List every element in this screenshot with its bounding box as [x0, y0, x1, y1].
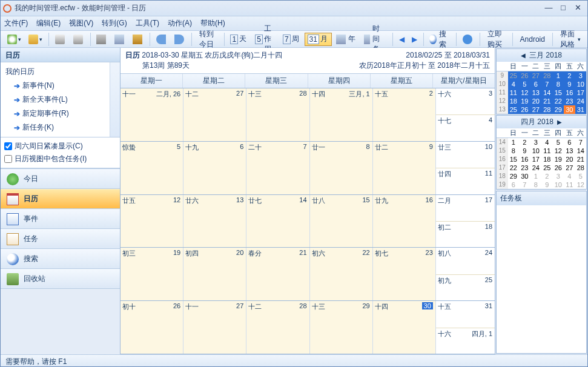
mini-day[interactable]: 20 [530, 97, 542, 105]
nav-item[interactable]: 事件 [1, 209, 120, 229]
mini-day[interactable]: 1 [530, 172, 542, 180]
mini-day[interactable]: 18 [508, 97, 520, 105]
mini-day[interactable]: 9 [519, 147, 530, 155]
menu-file[interactable]: 文件(F) [4, 18, 28, 28]
mini-day[interactable]: 26 [519, 71, 530, 80]
preview-button[interactable] [70, 33, 87, 46]
sidebar-check[interactable]: 日历视图中包含任务(I) [4, 153, 116, 165]
mini-day[interactable]: 11 [541, 147, 553, 155]
print-button[interactable] [52, 33, 69, 46]
calendar-cell[interactable]: 十一二月, 26 [121, 88, 183, 141]
mini-day[interactable]: 9 [564, 80, 575, 88]
mini-day[interactable]: 5 [575, 172, 587, 180]
mini-day[interactable]: 29 [553, 105, 564, 114]
mini-day[interactable]: 23 [564, 97, 575, 105]
mini-day[interactable]: 16 [564, 88, 575, 97]
mini-day[interactable]: 25 [508, 71, 520, 80]
calendar-cell[interactable]: 二月17初二18 [436, 195, 495, 248]
mini-day[interactable]: 25 [541, 164, 553, 172]
calendar-cell[interactable]: 十四三月, 1 [310, 88, 373, 141]
redo-button[interactable] [171, 33, 188, 46]
mini-day[interactable]: 11 [564, 180, 575, 189]
mini-day[interactable]: 12 [553, 147, 564, 155]
mini-day[interactable]: 15 [553, 88, 564, 97]
prev-button[interactable]: ◀ [396, 33, 408, 46]
mini-day[interactable]: 18 [541, 155, 553, 164]
sidebar-check[interactable]: 周六周日紧凑显示(C) [4, 140, 116, 153]
calendar-cell[interactable]: 十五31十六四月, 1 [436, 301, 495, 354]
mini-day[interactable]: 22 [508, 164, 520, 172]
mini-day[interactable]: 6 [530, 80, 542, 88]
calendar-cell[interactable]: 春分21 [246, 248, 309, 300]
mini-day[interactable]: 21 [575, 155, 587, 164]
nav-item[interactable]: 日历 [1, 189, 120, 209]
mini-day[interactable]: 24 [575, 97, 587, 105]
year-view-button[interactable]: 年 [333, 33, 360, 46]
mini-day[interactable]: 28 [541, 71, 553, 80]
mini-day[interactable]: 8 [553, 80, 564, 88]
mini-day[interactable]: 5 [519, 80, 530, 88]
calendar-cell[interactable]: 廿八15 [310, 195, 373, 248]
nav-item[interactable]: 搜索 [1, 249, 120, 269]
mini-day[interactable]: 7 [575, 138, 587, 147]
calendar-cell[interactable]: 初八24初九25 [436, 248, 495, 300]
calendar-cell[interactable]: 廿三10廿四11 [436, 142, 495, 194]
menu-goto[interactable]: 转到(G) [102, 18, 127, 28]
mini-day[interactable]: 31 [575, 105, 587, 114]
calendar-cell[interactable]: 十六3十七4 [436, 88, 495, 141]
mini-day[interactable]: 1 [508, 138, 520, 147]
mini-day[interactable]: 8 [530, 180, 542, 189]
mini-day[interactable]: 28 [575, 164, 587, 172]
mini-day[interactable]: 10 [530, 147, 542, 155]
nav-item[interactable]: 回收站 [1, 269, 120, 289]
nav-item[interactable]: 今日 [1, 169, 120, 189]
calendar-cell[interactable]: 廿二9 [373, 142, 436, 194]
calendar-cell[interactable]: 十二27 [183, 88, 246, 141]
mini-day[interactable]: 8 [508, 147, 520, 155]
mini-day[interactable]: 19 [553, 155, 564, 164]
calendar-cell[interactable]: 十二28 [246, 301, 309, 354]
mini-day[interactable]: 2 [519, 138, 530, 147]
mini-day[interactable]: 23 [519, 164, 530, 172]
buy-button[interactable]: 立即购买 [483, 33, 509, 46]
mini-day[interactable]: 27 [530, 71, 542, 80]
copy-button[interactable] [111, 33, 128, 46]
close-button[interactable]: ✕ [570, 3, 585, 14]
mini-day[interactable]: 30 [564, 105, 575, 114]
calendar-cell[interactable]: 初三19 [121, 248, 183, 300]
next-button[interactable]: ▶ [409, 33, 420, 46]
mini-day[interactable]: 28 [541, 105, 553, 114]
android-button[interactable]: Android [516, 33, 549, 46]
calendar-cell[interactable]: 初六22 [310, 248, 373, 300]
mini-day[interactable]: 24 [530, 164, 542, 172]
goto-today-button[interactable]: 转到今日 [195, 33, 221, 46]
mini-day[interactable]: 2 [564, 71, 575, 80]
calendar-cell[interactable]: 十四30 [373, 301, 436, 354]
search-button[interactable]: 搜索 [426, 33, 453, 46]
mini-day[interactable]: 3 [530, 138, 542, 147]
menu-edit[interactable]: 编辑(E) [36, 18, 61, 28]
mini-day[interactable]: 6 [564, 138, 575, 147]
mini-day[interactable]: 6 [508, 180, 520, 189]
mini-day[interactable]: 26 [553, 164, 564, 172]
calendar-cell[interactable]: 十一27 [183, 301, 246, 354]
cut-button[interactable] [93, 33, 110, 46]
calendar-cell[interactable]: 十三29 [310, 301, 373, 354]
menu-action[interactable]: 动作(A) [168, 18, 192, 28]
mini-day[interactable]: 5 [553, 138, 564, 147]
calendar-cell[interactable]: 廿七14 [246, 195, 309, 248]
week-view-button[interactable]: 7周 [280, 33, 303, 46]
mini-day[interactable]: 26 [519, 105, 530, 114]
mini-day[interactable]: 17 [530, 155, 542, 164]
mini-day[interactable]: 16 [519, 155, 530, 164]
style-button[interactable]: 界面风格 ▾ [556, 33, 584, 46]
help-button[interactable] [460, 33, 477, 46]
sidebar-link[interactable]: ➔新全天事件(L) [2, 93, 119, 107]
day-view-button[interactable]: 1天 [227, 33, 251, 46]
menu-help[interactable]: 帮助(H) [200, 18, 225, 28]
undo-button[interactable] [153, 33, 170, 46]
mini-day[interactable]: 7 [519, 180, 530, 189]
calendar-cell[interactable]: 惊蛰5 [121, 142, 183, 194]
mini-day[interactable]: 21 [541, 97, 553, 105]
menu-tools[interactable]: 工具(T) [136, 18, 159, 28]
